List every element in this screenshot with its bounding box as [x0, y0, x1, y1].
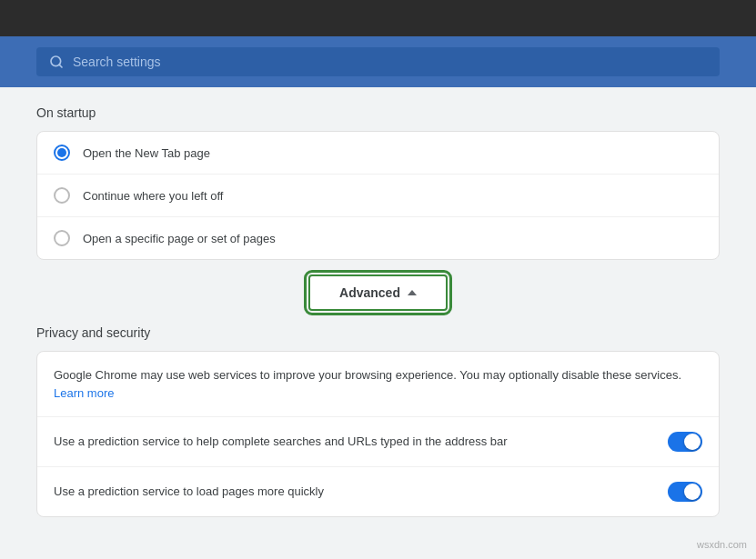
startup-option-1[interactable]: Open the New Tab page	[37, 132, 719, 175]
privacy-item-2: Use a prediction service to help complet…	[37, 417, 719, 467]
toggle-knob-2	[684, 484, 701, 500]
toggle-switch-1[interactable]	[668, 432, 702, 452]
privacy-item-3-text: Use a prediction service to load pages m…	[54, 483, 324, 501]
svg-line-1	[59, 65, 62, 67]
search-input[interactable]	[73, 55, 707, 69]
radio-dot-1	[57, 148, 66, 157]
startup-option-3-label: Open a specific page or set of pages	[83, 232, 276, 245]
toggle-switch-2[interactable]	[668, 482, 702, 502]
startup-option-2[interactable]: Continue where you left off	[37, 175, 719, 217]
on-startup-title: On startup	[36, 105, 720, 120]
radio-button-1[interactable]	[54, 145, 70, 161]
privacy-card: Google Chrome may use web services to im…	[36, 351, 720, 517]
startup-option-1-label: Open the New Tab page	[83, 146, 210, 160]
advanced-button[interactable]: Advanced	[308, 275, 448, 311]
title-bar	[0, 0, 756, 36]
search-icon	[49, 55, 64, 69]
search-bar[interactable]	[36, 47, 720, 76]
privacy-item-3: Use a prediction service to load pages m…	[37, 467, 719, 516]
learn-more-link[interactable]: Learn more	[54, 386, 114, 400]
advanced-section: Advanced	[36, 275, 720, 311]
radio-button-3[interactable]	[54, 230, 70, 246]
advanced-button-label: Advanced	[339, 285, 400, 300]
search-bar-container	[0, 36, 756, 87]
privacy-security-section: Privacy and security Google Chrome may u…	[36, 325, 720, 517]
toggle-knob-1	[684, 434, 701, 450]
startup-option-3[interactable]: Open a specific page or set of pages	[37, 217, 719, 259]
watermark: wsxdn.com	[697, 539, 747, 550]
on-startup-section: On startup Open the New Tab page Continu…	[36, 105, 720, 260]
startup-option-2-label: Continue where you left off	[83, 189, 223, 203]
startup-options-card: Open the New Tab page Continue where you…	[36, 131, 720, 260]
privacy-security-title: Privacy and security	[36, 325, 720, 340]
chevron-up-icon	[408, 290, 417, 295]
privacy-item-1: Google Chrome may use web services to im…	[37, 352, 719, 417]
radio-button-2[interactable]	[54, 187, 70, 204]
privacy-item-2-text: Use a prediction service to help complet…	[54, 433, 508, 451]
privacy-item-1-text: Google Chrome may use web services to im…	[54, 368, 681, 382]
